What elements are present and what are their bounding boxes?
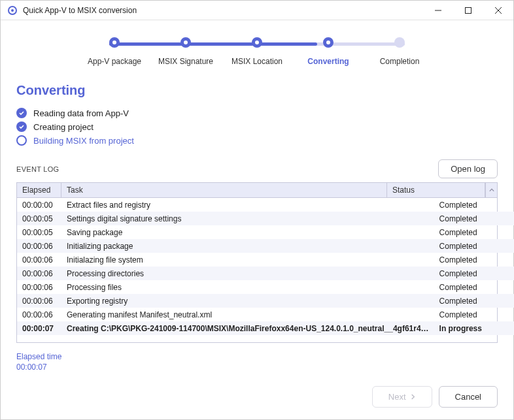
- cell-task: Initialazing file system: [61, 253, 434, 267]
- cell-elapsed: 00:00:05: [17, 212, 61, 226]
- cell-task: Initializing package: [61, 239, 434, 253]
- app-icon: [7, 5, 18, 16]
- next-button: Next: [372, 386, 432, 408]
- cell-elapsed: 00:00:06: [17, 253, 61, 267]
- table-row[interactable]: 00:00:05 Saving package Completed: [17, 225, 514, 239]
- step-label: MSIX Signature: [158, 57, 213, 67]
- cell-task: Extract files and registry: [61, 198, 434, 212]
- content-area: App-V package MSIX Signature MSIX Locati…: [1, 20, 513, 419]
- task-label: Building MSIX from project: [33, 136, 134, 146]
- cancel-button[interactable]: Cancel: [439, 386, 498, 408]
- maximize-button[interactable]: [453, 1, 483, 20]
- cell-status: Completed: [434, 308, 514, 322]
- cell-status: In progress: [434, 321, 514, 336]
- titlebar: Quick App-V to MSIX conversion: [1, 1, 513, 20]
- cell-status: Completed: [434, 212, 514, 226]
- step-label: Converting: [307, 57, 349, 67]
- elapsed-time-label: Elapsed time: [16, 352, 498, 361]
- chevron-right-icon: [410, 392, 416, 402]
- step-dot-icon: [180, 37, 191, 48]
- open-log-button[interactable]: Open log: [438, 159, 498, 178]
- task-item: Reading data from App-V: [16, 108, 498, 118]
- cell-elapsed: 00:00:06: [17, 267, 61, 281]
- cell-status: Completed: [434, 280, 514, 295]
- window-title: Quick App-V to MSIX conversion: [23, 6, 423, 15]
- spinner-icon: [16, 135, 27, 146]
- cell-status: Completed: [434, 294, 514, 308]
- step-dot-icon: [394, 37, 405, 48]
- check-icon: [16, 108, 27, 118]
- check-icon: [16, 121, 27, 132]
- column-header-status[interactable]: Status: [387, 183, 485, 197]
- cell-task: Processing files: [61, 280, 434, 295]
- table-row[interactable]: 00:00:05 Settings digital signature sett…: [17, 212, 514, 225]
- step-dot-icon: [109, 37, 120, 48]
- cell-task: Processing directories: [61, 267, 434, 281]
- table-row[interactable]: 00:00:06 Exporting registry Completed: [17, 294, 514, 308]
- wizard-progress: App-V package MSIX Signature MSIX Locati…: [16, 37, 498, 67]
- cell-status: Completed: [434, 198, 514, 212]
- cell-status: Completed: [434, 225, 514, 240]
- column-header-task[interactable]: Task: [61, 183, 387, 197]
- cell-task: Settings digital signature settings: [61, 212, 434, 226]
- minimize-button[interactable]: [423, 1, 453, 20]
- event-log-title: EVENT LOG: [16, 165, 59, 173]
- next-button-label: Next: [388, 392, 406, 402]
- table-row[interactable]: 00:00:06 Initialazing file system Comple…: [17, 253, 514, 267]
- elapsed-time-value: 00:00:07: [16, 363, 498, 372]
- svg-rect-3: [466, 7, 471, 13]
- scroll-up-header-icon[interactable]: [485, 183, 497, 197]
- svg-point-1: [11, 9, 14, 12]
- cell-status: Completed: [434, 253, 514, 267]
- cell-task: Saving package: [61, 225, 434, 240]
- table-row[interactable]: 00:00:00 Extract files and registry Comp…: [17, 198, 514, 212]
- wizard-step-3: Converting: [296, 37, 361, 67]
- grid-header: Elapsed Task Status: [17, 183, 497, 198]
- wizard-step-2: MSIX Location: [224, 37, 290, 67]
- task-item: Creating project: [16, 121, 498, 132]
- section-title: Converting: [16, 83, 498, 98]
- close-button[interactable]: [483, 1, 513, 20]
- cell-elapsed: 00:00:06: [17, 294, 61, 308]
- cell-elapsed: 00:00:06: [17, 239, 61, 253]
- app-window: Quick App-V to MSIX conversion App-V pac…: [0, 0, 514, 420]
- table-row[interactable]: 00:00:07 Creating C:\PKG\PKG-241009-1147…: [17, 321, 514, 335]
- step-dot-icon: [323, 37, 334, 48]
- elapsed-time: Elapsed time 00:00:07: [16, 352, 498, 372]
- task-label: Creating project: [33, 122, 94, 132]
- event-log-grid: Elapsed Task Status 00:00:00 Extract fil…: [16, 182, 498, 343]
- cell-elapsed: 00:00:05: [17, 225, 61, 240]
- table-row[interactable]: 00:00:06 Processing directories Complete…: [17, 267, 514, 280]
- cell-task: Creating C:\PKG\PKG-241009-114700\MSIX\M…: [61, 321, 434, 336]
- cell-elapsed: 00:00:06: [17, 308, 61, 322]
- wizard-step-1: MSIX Signature: [153, 37, 218, 67]
- cell-task: Exporting registry: [61, 294, 434, 308]
- cell-status: Completed: [434, 239, 514, 253]
- cell-task: Generating manifest Manifest_neutral.xml: [61, 308, 434, 322]
- table-row[interactable]: 00:00:06 Processing files Completed: [17, 280, 514, 294]
- cell-elapsed: 00:00:00: [17, 198, 61, 212]
- cell-elapsed: 00:00:06: [17, 280, 61, 295]
- wizard-step-0: App-V package: [82, 37, 147, 67]
- step-label: Completion: [380, 57, 420, 67]
- column-header-elapsed[interactable]: Elapsed: [17, 183, 61, 197]
- cell-status: Completed: [434, 267, 514, 281]
- step-label: App-V package: [88, 57, 141, 67]
- dialog-footer: Next Cancel: [16, 386, 498, 408]
- wizard-step-4: Completion: [367, 37, 432, 67]
- step-dot-icon: [252, 37, 262, 48]
- table-row[interactable]: 00:00:06 Initializing package Completed: [17, 239, 514, 253]
- cell-elapsed: 00:00:07: [17, 321, 61, 336]
- task-label: Reading data from App-V: [33, 108, 129, 118]
- table-row[interactable]: 00:00:06 Generating manifest Manifest_ne…: [17, 308, 514, 321]
- window-controls: [423, 1, 513, 20]
- task-item: Building MSIX from project: [16, 135, 498, 146]
- step-label: MSIX Location: [231, 57, 283, 67]
